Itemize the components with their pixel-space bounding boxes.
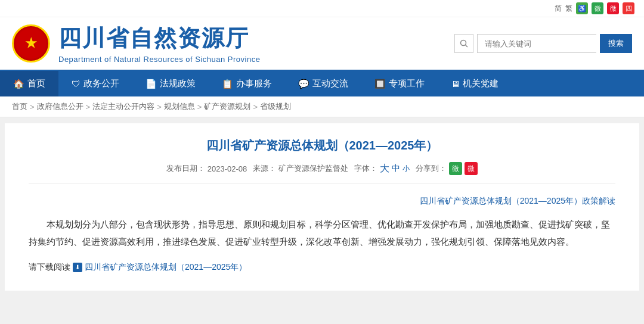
nav-item-law[interactable]: 📄 法规政策	[132, 71, 209, 96]
article-meta: 发布日期： 2023-02-08 来源： 矿产资源保护监督处 字体： 大 中 小…	[29, 162, 615, 184]
header: 四川省自然资源厅 Department of Natural Resources…	[0, 17, 644, 71]
nav-label-gov: 政务公开	[83, 78, 119, 89]
pub-date: 发布日期： 2023-02-08	[166, 163, 247, 174]
nav-item-party[interactable]: 🖥 机关党建	[438, 71, 512, 96]
nav-label-law: 法规政策	[160, 78, 196, 89]
source-label: 来源：	[253, 163, 276, 174]
search-input[interactable]	[477, 34, 596, 53]
simplified-chinese-link[interactable]: 简	[555, 4, 562, 14]
search-icon-wrap	[454, 34, 473, 53]
policy-link[interactable]: 四川省矿产资源总体规划（2021—2025年）政策解读	[420, 196, 615, 205]
breadcrumb-mineral[interactable]: 矿产资源规划	[204, 101, 250, 112]
app-icon[interactable]: 四	[623, 2, 634, 14]
search-area: 搜索	[454, 34, 632, 53]
nav-item-home[interactable]: 🏠 首页	[0, 71, 58, 96]
download-icon: ⬇	[73, 263, 82, 272]
svg-point-0	[461, 40, 466, 46]
home-icon: 🏠	[13, 79, 24, 89]
font-large-btn[interactable]: 大	[380, 163, 389, 175]
share-weibo-icon[interactable]: 微	[465, 162, 478, 175]
source-value: 矿产资源保护监督处	[278, 163, 348, 174]
download-area: 请下载阅读 ⬇ 四川省矿产资源总体规划（2021—2025年）	[29, 262, 615, 273]
logo-text: 四川省自然资源厅 Department of Natural Resources…	[58, 23, 260, 64]
article-content: 四川省矿产资源总体规划（2021—2025年） 发布日期： 2023-02-08…	[5, 123, 639, 291]
policy-link-area: 四川省矿产资源总体规划（2021—2025年）政策解读	[29, 196, 615, 207]
party-icon: 🖥	[451, 79, 460, 89]
download-prefix: 请下载阅读	[29, 262, 70, 273]
weixin-icon[interactable]: 微	[592, 2, 603, 14]
top-bar: 简 繁 ♿ 微 微 四	[0, 0, 644, 17]
breadcrumb-law[interactable]: 法定主动公开内容	[92, 101, 154, 112]
source: 来源： 矿产资源保护监督处	[253, 163, 348, 174]
article-body: 本规划划分为八部分，包含现状形势，指导思想、原则和规划目标，科学分区管理、优化勘…	[29, 216, 615, 250]
font-size-control: 字体： 大 中 小	[354, 163, 410, 175]
font-small-btn[interactable]: 小	[402, 164, 410, 174]
breadcrumb-sep-1: >	[30, 102, 35, 111]
search-button[interactable]: 搜索	[600, 34, 632, 53]
law-icon: 📄	[145, 79, 157, 89]
pub-date-value: 2023-02-08	[208, 164, 247, 173]
nav-label-interact: 互动交流	[312, 78, 348, 89]
main-nav: 🏠 首页 🛡 政务公开 📄 法规政策 📋 办事服务 💬 互动交流 🔲 专项工作 …	[0, 71, 644, 96]
nav-item-gov[interactable]: 🛡 政务公开	[58, 71, 132, 96]
font-medium-btn[interactable]: 中	[392, 163, 400, 174]
traditional-chinese-link[interactable]: 繁	[565, 4, 572, 14]
site-title: 四川省自然资源厅	[58, 23, 260, 54]
nav-label-party: 机关党建	[463, 78, 499, 89]
logo-area: 四川省自然资源厅 Department of Natural Resources…	[12, 23, 260, 64]
svg-line-1	[466, 45, 468, 48]
share-weixin-icon[interactable]: 微	[449, 162, 462, 175]
breadcrumb-sep-2: >	[86, 102, 91, 111]
search-icon	[460, 39, 468, 48]
service-icon: 📋	[222, 79, 233, 89]
site-subtitle: Department of Natural Resources of Sichu…	[58, 55, 260, 64]
breadcrumb-sep-5: >	[253, 102, 258, 111]
nav-item-special[interactable]: 🔲 专项工作	[361, 71, 438, 96]
top-bar-links: 简 繁 ♿ 微 微 四	[555, 2, 634, 14]
weibo-icon[interactable]: 微	[607, 2, 619, 14]
breadcrumb-province[interactable]: 省级规划	[260, 101, 291, 112]
special-icon: 🔲	[374, 79, 386, 89]
breadcrumb-gov[interactable]: 政府信息公开	[37, 101, 83, 112]
share-icons: 微 微	[449, 162, 478, 175]
breadcrumb-sep-4: >	[197, 102, 202, 111]
download-link[interactable]: 四川省矿产资源总体规划（2021—2025年）	[85, 262, 247, 273]
breadcrumb-plan[interactable]: 规划信息	[164, 101, 195, 112]
gov-icon: 🛡	[72, 79, 80, 89]
share: 分享到： 微 微	[416, 162, 478, 175]
nav-label-special: 专项工作	[389, 78, 425, 89]
nav-item-interact[interactable]: 💬 互动交流	[285, 71, 361, 96]
accessibility-icon[interactable]: ♿	[576, 2, 588, 14]
article-title: 四川省矿产资源总体规划（2021—2025年）	[29, 138, 615, 154]
font-label: 字体：	[354, 163, 377, 174]
interact-icon: 💬	[298, 79, 309, 89]
breadcrumb: 首页 > 政府信息公开 > 法定主动公开内容 > 规划信息 > 矿产资源规划 >…	[0, 96, 644, 117]
share-label: 分享到：	[416, 163, 447, 174]
breadcrumb-sep-3: >	[157, 102, 162, 111]
nav-item-service[interactable]: 📋 办事服务	[209, 71, 285, 96]
pub-date-label: 发布日期：	[166, 163, 205, 174]
nav-label-service: 办事服务	[236, 78, 272, 89]
logo-emblem	[12, 24, 50, 63]
nav-label-home: 首页	[27, 78, 45, 89]
breadcrumb-home[interactable]: 首页	[12, 101, 27, 112]
